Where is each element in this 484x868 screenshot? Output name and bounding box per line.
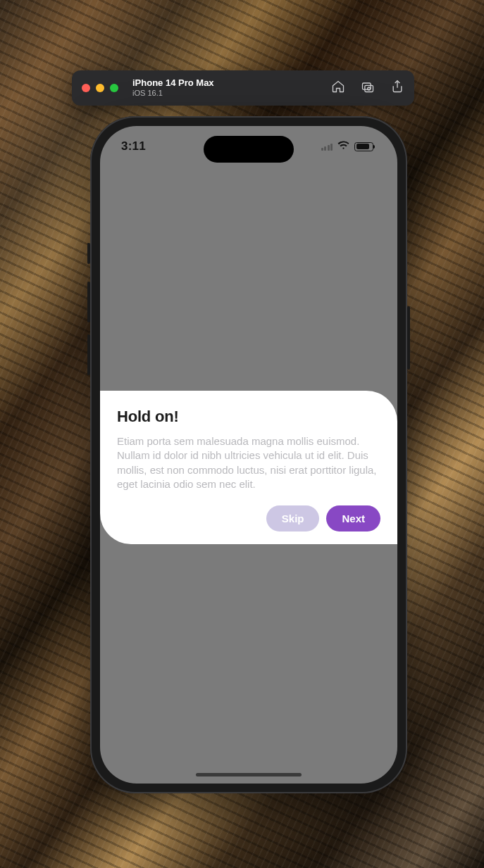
home-indicator[interactable] — [196, 773, 302, 776]
volume-up-button[interactable] — [87, 282, 90, 322]
simulator-titlebar: iPhone 14 Pro Max iOS 16.1 — [72, 70, 414, 106]
svg-rect-1 — [365, 85, 373, 92]
svg-rect-0 — [363, 83, 371, 89]
volume-down-button[interactable] — [87, 334, 90, 375]
close-window-button[interactable] — [82, 84, 90, 92]
card-title: Hold on! — [117, 408, 380, 426]
mute-switch[interactable] — [87, 243, 90, 264]
wifi-icon — [337, 140, 349, 153]
window-traffic-lights — [82, 84, 118, 92]
phone-screen: 3:11 Hold on! Etiam porta sem malesuada … — [100, 126, 397, 784]
simulator-os-version: iOS 16.1 — [132, 89, 214, 98]
power-button[interactable] — [407, 306, 410, 370]
skip-button[interactable]: Skip — [266, 505, 320, 532]
next-button[interactable]: Next — [326, 505, 380, 532]
card-actions: Skip Next — [117, 505, 380, 532]
zoom-window-button[interactable] — [110, 84, 118, 92]
home-icon[interactable] — [331, 80, 345, 96]
onboarding-card: Hold on! Etiam porta sem malesuada magna… — [100, 391, 397, 544]
svg-point-2 — [368, 87, 371, 90]
card-body: Etiam porta sem malesuada magna mollis e… — [117, 434, 380, 491]
cellular-icon — [321, 142, 333, 151]
status-time: 3:11 — [121, 139, 146, 153]
minimize-window-button[interactable] — [96, 84, 104, 92]
simulator-title-block: iPhone 14 Pro Max iOS 16.1 — [132, 78, 214, 98]
share-icon[interactable] — [390, 80, 404, 96]
simulator-device-name: iPhone 14 Pro Max — [132, 78, 214, 89]
battery-icon — [354, 142, 373, 151]
simulator-toolbar — [331, 80, 404, 96]
phone-frame: 3:11 Hold on! Etiam porta sem malesuada … — [90, 116, 407, 793]
status-bar: 3:11 — [100, 126, 397, 167]
screenshot-icon[interactable] — [361, 80, 375, 96]
